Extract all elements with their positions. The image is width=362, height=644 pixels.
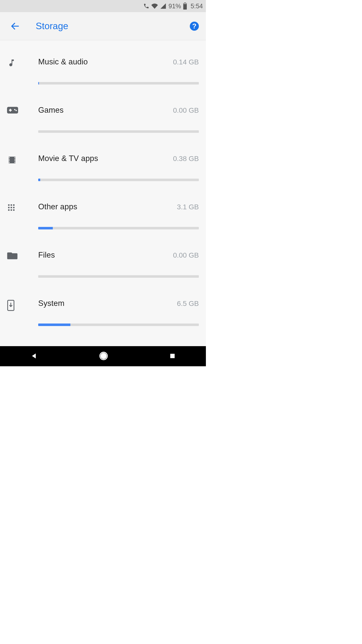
cellular-icon (160, 3, 166, 9)
nav-recent-button[interactable] (169, 353, 176, 360)
svg-rect-21 (8, 209, 10, 211)
storage-row-folder[interactable]: Files0.00 GB (0, 244, 206, 292)
row-value: 6.5 GB (177, 300, 199, 308)
svg-rect-14 (14, 162, 15, 163)
progress-bar (38, 130, 199, 133)
apps-icon (7, 202, 38, 244)
phone-icon (143, 3, 149, 9)
storage-row-movie[interactable]: Movie & TV apps0.38 GB (0, 147, 206, 195)
svg-rect-11 (14, 157, 15, 158)
music-icon (7, 57, 38, 99)
clock: 5:54 (191, 3, 203, 10)
svg-rect-13 (14, 160, 15, 161)
arrow-left-icon (10, 21, 20, 31)
system-nav-bar (0, 346, 206, 366)
wifi-icon (151, 3, 158, 9)
gamepad-icon (7, 106, 38, 147)
row-value: 0.38 GB (173, 155, 199, 163)
progress-bar (38, 179, 199, 181)
svg-rect-23 (13, 209, 15, 211)
movie-icon (7, 154, 38, 195)
row-value: 0.00 GB (173, 251, 199, 259)
svg-rect-7 (9, 157, 10, 158)
storage-row-music[interactable]: Music & audio0.14 GB (0, 50, 206, 99)
progress-bar (38, 275, 199, 278)
row-label: Movie & TV apps (38, 154, 98, 163)
svg-rect-18 (8, 207, 10, 208)
svg-rect-17 (13, 204, 15, 206)
storage-row-gamepad[interactable]: Games0.00 GB (0, 99, 206, 147)
screen: 91% 5:54 Storage ? Music & audio0.14 GBG… (0, 0, 206, 366)
progress-bar (38, 324, 199, 326)
svg-rect-19 (11, 207, 12, 208)
battery-icon (183, 3, 187, 10)
folder-icon (7, 251, 38, 292)
storage-row-system[interactable]: System6.5 GB (0, 292, 206, 340)
svg-rect-10 (9, 162, 10, 163)
svg-rect-15 (8, 204, 10, 206)
help-button[interactable]: ? (190, 22, 199, 31)
app-bar: Storage ? (0, 12, 206, 40)
svg-rect-22 (11, 209, 12, 211)
svg-point-6 (16, 110, 17, 111)
row-label: Music & audio (38, 57, 88, 66)
row-label: Other apps (38, 202, 77, 211)
progress-bar (38, 227, 199, 229)
svg-rect-27 (170, 354, 174, 358)
page-title: Storage (36, 21, 68, 31)
svg-rect-20 (13, 207, 15, 208)
row-label: System (38, 299, 65, 308)
row-label: Files (38, 251, 55, 260)
row-value: 0.00 GB (173, 106, 199, 114)
nav-home-button[interactable] (99, 351, 109, 362)
row-label: Games (38, 106, 64, 115)
back-button[interactable] (8, 19, 22, 33)
svg-rect-8 (9, 159, 10, 159)
svg-rect-12 (14, 159, 15, 159)
battery-percent: 91% (168, 3, 181, 10)
svg-rect-9 (9, 160, 10, 161)
status-bar: 91% 5:54 (0, 0, 206, 12)
svg-point-5 (14, 109, 15, 110)
svg-rect-16 (11, 204, 12, 206)
svg-point-26 (101, 353, 106, 359)
storage-row-apps[interactable]: Other apps3.1 GB (0, 195, 206, 244)
progress-bar (38, 82, 199, 85)
svg-rect-4 (10, 109, 11, 112)
system-icon (7, 299, 38, 340)
svg-rect-0 (184, 4, 187, 4)
nav-back-button[interactable] (30, 352, 38, 360)
row-value: 3.1 GB (177, 203, 199, 211)
storage-list: Music & audio0.14 GBGames0.00 GBMovie & … (0, 40, 206, 346)
row-value: 0.14 GB (173, 58, 199, 66)
